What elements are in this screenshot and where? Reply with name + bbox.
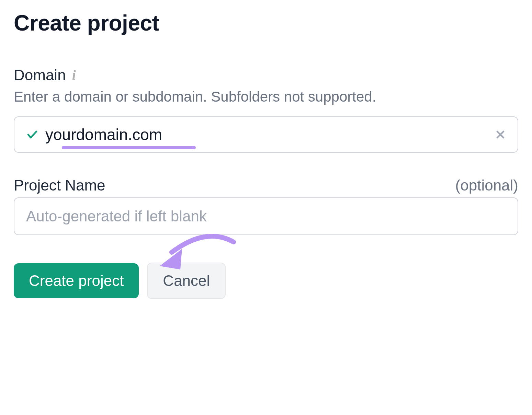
domain-label-row: Domain i — [14, 67, 518, 84]
project-name-label: Project Name — [14, 177, 105, 194]
domain-field-group: Domain i Enter a domain or subdomain. Su… — [14, 67, 518, 153]
domain-hint: Enter a domain or subdomain. Subfolders … — [14, 87, 518, 107]
buttons-row: Create project Cancel — [14, 263, 518, 299]
domain-label: Domain — [14, 67, 66, 84]
cancel-button[interactable]: Cancel — [147, 263, 226, 299]
domain-value: yourdomain.com — [45, 125, 488, 144]
project-name-input[interactable] — [14, 197, 518, 235]
page-title: Create project — [14, 10, 518, 36]
domain-input[interactable]: yourdomain.com — [14, 116, 518, 153]
project-name-label-row: Project Name (optional) — [14, 177, 518, 194]
create-project-button[interactable]: Create project — [14, 263, 139, 298]
checkmark-icon — [26, 128, 38, 141]
project-name-field-group: Project Name (optional) — [14, 177, 518, 235]
clear-icon[interactable] — [495, 129, 506, 140]
optional-tag: (optional) — [455, 177, 518, 194]
info-icon[interactable]: i — [72, 68, 76, 82]
